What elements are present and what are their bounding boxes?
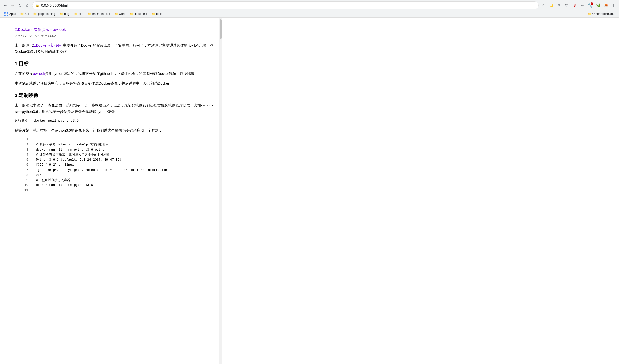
more-menu-button[interactable]: ⋮: [610, 2, 617, 9]
home-button[interactable]: ⌂: [24, 2, 31, 9]
s1p1-link[interactable]: owllook: [33, 71, 45, 76]
extension-icon-8[interactable]: 🦊: [603, 2, 609, 9]
code-line-8: >>>: [32, 173, 214, 178]
bookmarks-bar: Apps 📁 api 📁 programming 📁 blog 📁 site 📁…: [0, 11, 619, 17]
folder-icon-other: 📁: [588, 12, 591, 15]
browser-chrome: ← → ↻ ⌂ 🔒 ☆ 🌙 ✉ 🛡 S ✏ 🔧 1 🌿 🦊 ⋮: [0, 0, 619, 17]
address-bar-container[interactable]: 🔒: [32, 1, 539, 9]
apps-label: Apps: [9, 12, 16, 15]
bookmark-document-label: document: [134, 12, 147, 15]
bookmark-programming[interactable]: 📁 programming: [31, 12, 57, 16]
line-num-9: 9: [24, 178, 28, 183]
folder-icon-entertainment: 📁: [87, 12, 91, 15]
bookmark-blog-label: blog: [64, 12, 70, 15]
bookmark-work-label: work: [119, 12, 125, 15]
other-bookmarks-label: Other Bookmarks: [592, 12, 615, 15]
reload-button[interactable]: ↻: [16, 2, 23, 9]
bookmark-document[interactable]: 📁 document: [128, 12, 149, 16]
code-line-1: [32, 137, 214, 142]
s1p1-prefix: 之前的毕设: [15, 71, 33, 76]
extension-icon-6[interactable]: 🔧 1: [587, 2, 594, 9]
code-line-4: # 终端会有如下输出 此时进入了容器中的3.6环境: [32, 153, 214, 158]
bookmark-site-label: site: [79, 12, 83, 15]
folder-icon-work: 📁: [114, 12, 118, 15]
page-content: 2.Docker - 实例演示 - owllook 2017-08-22T12:…: [0, 17, 219, 364]
section1-heading: 1.目标: [15, 60, 214, 67]
section1-p1: 之前的毕设owllook是用python编写的，我将它开源在github上，正借…: [15, 70, 214, 77]
line-num-6: 6: [24, 163, 28, 168]
line-num-1: 1: [24, 137, 28, 142]
code-line-5: Python 3.6.2 (default, Jul 24 2017, 19:4…: [32, 157, 214, 163]
back-button[interactable]: ←: [2, 2, 9, 9]
code-line-2: # 具体可参考 dcker run --help 来了解细命令: [32, 142, 214, 147]
line-numbers: 1 2 3 4 5 6 7 8 9 10 11: [24, 137, 32, 193]
folder-icon-site: 📁: [74, 12, 78, 15]
nav-buttons: ← → ↻ ⌂: [2, 2, 31, 9]
intro-link[interactable]: 1.Docker - 初使用: [33, 43, 62, 47]
bookmark-programming-label: programming: [38, 12, 55, 15]
extension-icon-2[interactable]: ✉: [556, 2, 563, 9]
section2-p2: 稍等片刻，就会拉取一个python3.6的镜像下来，让我们以这个镜像为基础来启动…: [15, 127, 214, 134]
folder-icon-document: 📁: [130, 12, 133, 15]
code-line-6: [GCC 4.9.2] on linux: [32, 163, 214, 168]
code-line-10: docker run -it --rm python:3.6: [32, 183, 214, 188]
folder-icon-blog: 📁: [59, 12, 63, 15]
intro-prefix: 上一篇笔记: [15, 43, 33, 47]
code-line-11: [32, 188, 214, 193]
extension-icon-5[interactable]: ✏: [579, 2, 586, 9]
extension-icon-7[interactable]: 🌿: [595, 2, 602, 9]
line-num-8: 8: [24, 173, 28, 178]
line-num-5: 5: [24, 157, 28, 163]
other-bookmarks[interactable]: 📁 Other Bookmarks: [586, 12, 617, 16]
extension-icon-3[interactable]: 🛡: [563, 2, 570, 9]
bookmark-site[interactable]: 📁 site: [72, 12, 85, 16]
code-line-3: docker run -it --rm python:3.6 python: [32, 147, 214, 153]
folder-icon-tools: 📁: [152, 12, 155, 15]
bookmark-apps[interactable]: Apps: [2, 11, 18, 16]
line-num-11: 11: [24, 188, 28, 193]
section2-p1: 上一篇笔记中说了，镜像是由一系列指令一步一步构建出来，但是，最初的镜像我们还是需…: [15, 102, 214, 114]
code-line-9: # 也可以直接进入容器: [32, 178, 214, 183]
bookmark-work[interactable]: 📁 work: [113, 12, 127, 16]
address-bar[interactable]: [41, 3, 535, 7]
scrollbar[interactable]: [219, 17, 222, 364]
line-num-10: 10: [24, 183, 28, 188]
line-num-7: 7: [24, 168, 28, 173]
bookmark-tools[interactable]: 📁 tools: [150, 12, 164, 16]
section2-cmd: 运行命令： docker pull python:3.6: [15, 118, 214, 124]
article-date: 2017-08-22T12:18:06.000Z: [15, 34, 214, 38]
bookmark-api[interactable]: 📁 api: [18, 12, 31, 16]
section1-p2: 本次笔记就以此项目为中心，目标是将该项目制作成Docker镜像，并从过程中一步步…: [15, 80, 214, 86]
bookmark-entertainment[interactable]: 📁 entertainment: [85, 12, 112, 16]
browser-toolbar: ← → ↻ ⌂ 🔒 ☆ 🌙 ✉ 🛡 S ✏ 🔧 1 🌿 🦊 ⋮: [0, 0, 619, 11]
toolbar-icons: ☆ 🌙 ✉ 🛡 S ✏ 🔧 1 🌿 🦊 ⋮: [540, 2, 617, 9]
line-num-4: 4: [24, 153, 28, 158]
folder-icon-programming: 📁: [33, 12, 37, 15]
apps-grid-icon: [4, 12, 8, 16]
extension-icon-1[interactable]: 🌙: [548, 2, 555, 9]
bookmark-star-button[interactable]: ☆: [540, 2, 547, 9]
folder-icon-api: 📁: [20, 12, 24, 15]
extension-icon-4[interactable]: S: [571, 2, 578, 9]
bookmark-blog[interactable]: 📁 blog: [57, 12, 72, 16]
section2-heading: 2.定制镜像: [15, 92, 214, 99]
bookmark-api-label: api: [25, 12, 29, 15]
bookmark-entertainment-label: entertainment: [92, 12, 110, 15]
lock-icon: 🔒: [35, 4, 39, 7]
scrollbar-thumb[interactable]: [220, 19, 222, 39]
code-content: # 具体可参考 dcker run --help 来了解细命令 docker r…: [32, 137, 214, 193]
code-block: 1 2 3 4 5 6 7 8 9 10 11 # 具体可参考 dcker ru…: [24, 137, 214, 193]
forward-button[interactable]: →: [9, 2, 16, 9]
line-num-3: 3: [24, 147, 28, 153]
code-line-7: Type "help", "copyright", "credits" or "…: [32, 168, 214, 173]
article-title-link[interactable]: 2.Docker - 实例演示 - owllook: [15, 27, 66, 32]
page-wrapper: 2.Docker - 实例演示 - owllook 2017-08-22T12:…: [0, 17, 619, 364]
line-num-2: 2: [24, 142, 28, 147]
s1p1-suffix: 是用python编写的，我将它开源在github上，正借此机会，将其制作成Doc…: [45, 71, 195, 76]
article-intro: 上一篇笔记1.Docker - 初使用 主要介绍了Docker的安装以及一个简单…: [15, 42, 214, 55]
bookmark-tools-label: tools: [156, 12, 162, 15]
